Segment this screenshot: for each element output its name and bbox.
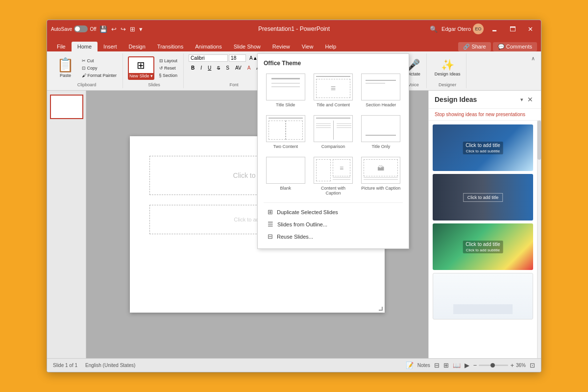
close-button[interactable]: ✕ (524, 24, 537, 35)
layout-two-content[interactable]: Two Content (264, 113, 307, 151)
minimize-button[interactable]: 🗕 (488, 24, 502, 35)
thumb-title-only (361, 115, 400, 142)
share-button[interactable]: 🔗 Share (458, 42, 490, 51)
autosave-label: AutoSave (51, 26, 72, 32)
tab-slideshow[interactable]: Slide Show (228, 42, 267, 51)
redo-icon[interactable]: ↪ (121, 25, 126, 33)
action-from-outline[interactable]: ☰ Slides from Outline... (264, 218, 403, 230)
user-area: Edgar Otero EO (441, 24, 484, 34)
design-panel-scroll-area: Click to add titleClick to add subtitle … (429, 121, 541, 358)
view-reading-icon[interactable]: 📖 (453, 362, 461, 369)
layout-label-title-only: Title Only (372, 144, 391, 149)
new-slide-dropdown-menu: Office Theme Title Slide ≡ (257, 53, 409, 249)
new-slide-dropdown[interactable]: New Slide ▾ (129, 73, 153, 79)
layout-title-only[interactable]: Title Only (359, 113, 403, 151)
layout-label-picture-caption: Picture with Caption (361, 186, 400, 191)
autosave-area: AutoSave Off (51, 25, 97, 32)
format-painter-button[interactable]: 🖌 Format Painter (79, 72, 120, 79)
new-slide-arrow: ▾ (150, 74, 153, 78)
layout-label-title-slide: Title Slide (276, 102, 295, 107)
action-duplicate-label: Duplicate Selected Slides (277, 209, 338, 215)
design-panel-close-button[interactable]: ✕ (525, 95, 535, 104)
zoom-slider[interactable] (479, 365, 508, 366)
language-info: English (United States) (85, 363, 135, 368)
avatar[interactable]: EO (473, 24, 484, 34)
slide-strip-item: 1 (50, 95, 83, 119)
designer-label: Designer (439, 82, 456, 87)
maximize-button[interactable]: 🗖 (506, 24, 520, 35)
notes-button[interactable]: 📝 (406, 362, 414, 369)
layout-button[interactable]: ⊟ Layout (156, 57, 181, 64)
slide-thumbnail[interactable] (50, 95, 83, 119)
comments-button[interactable]: 💬 Comments (493, 42, 537, 51)
view-slideshow-icon[interactable]: ▶ (465, 362, 469, 369)
layout-title-content[interactable]: ≡ Title and Content (311, 72, 355, 109)
tab-animations[interactable]: Animations (189, 42, 227, 51)
action-reuse-slides[interactable]: ⊟ Reuse Slides... (264, 230, 403, 243)
char-spacing-button[interactable]: AV (233, 64, 244, 72)
tab-review[interactable]: Review (267, 42, 296, 51)
design-thumb-2[interactable]: Click to add title (433, 174, 533, 220)
zoom-out-btn[interactable]: − (473, 362, 477, 369)
fit-slide-btn[interactable]: ⊡ (530, 362, 535, 369)
cut-button[interactable]: ✂ Cut (79, 57, 120, 64)
ribbon-collapse-btn[interactable]: ∧ (529, 53, 537, 88)
design-scrollbar[interactable] (537, 121, 541, 358)
view-normal-icon[interactable]: ⊟ (434, 362, 440, 369)
presentation-icon[interactable]: ⊞ (130, 25, 135, 33)
tab-home[interactable]: Home (72, 42, 98, 51)
tab-insert[interactable]: Insert (98, 42, 123, 51)
tab-design[interactable]: Design (123, 42, 151, 51)
underline-button[interactable]: U (205, 64, 214, 72)
design-thumb-3-label: Click to add titleClick to add subtitle (463, 241, 503, 253)
copy-button[interactable]: ⊡ Copy (79, 65, 120, 72)
design-panel-collapse[interactable]: ▾ (520, 97, 523, 103)
design-panel-scroll[interactable]: Click to add titleClick to add subtitle … (429, 121, 537, 358)
layout-picture-caption[interactable]: 🏔 Picture with Caption (359, 155, 403, 197)
new-slide-button[interactable]: ⊞ New Slide ▾ (128, 56, 154, 80)
design-thumb-3[interactable]: Click to add titleClick to add subtitle (433, 223, 533, 270)
slide-info: Slide 1 of 1 (53, 363, 77, 368)
thumb-two-content (266, 115, 305, 142)
designer-group: ✨ Design Ideas Designer (429, 53, 467, 88)
section-button[interactable]: § Section (156, 72, 181, 79)
tab-transitions[interactable]: Transitions (151, 42, 189, 51)
new-slide-top: ⊞ (132, 57, 150, 73)
autosave-toggle[interactable] (74, 25, 88, 32)
action-duplicate[interactable]: ⊞ Duplicate Selected Slides (264, 206, 403, 218)
resize-handle[interactable] (379, 307, 383, 311)
design-thumb-1[interactable]: Click to add titleClick to add subtitle (433, 124, 533, 171)
design-ideas-button[interactable]: ✨ Design Ideas (432, 58, 464, 78)
strikethrough-button[interactable]: S̶ (215, 64, 222, 72)
save-icon[interactable]: 💾 (99, 25, 107, 33)
bold-button[interactable]: B (189, 64, 197, 72)
tab-view[interactable]: View (296, 42, 319, 51)
view-slide-sorter-icon[interactable]: ⊞ (443, 362, 449, 369)
customize-icon[interactable]: ▾ (139, 25, 143, 33)
layout-grid: Title Slide ≡ Title and Content (264, 72, 403, 197)
layout-title-slide[interactable]: Title Slide (264, 72, 307, 109)
layout-content-caption[interactable]: ≡ Content with Caption (311, 155, 355, 197)
font-color-button[interactable]: A (245, 64, 253, 72)
font-name-input[interactable] (189, 54, 228, 62)
search-icon[interactable]: 🔍 (430, 25, 438, 33)
zoom-in-btn[interactable]: + (510, 362, 514, 369)
design-panel-subtext[interactable]: Stop showing ideas for new presentations (429, 109, 541, 121)
tab-file[interactable]: File (51, 42, 72, 51)
tab-help[interactable]: Help (319, 42, 342, 51)
layout-section-header[interactable]: Section Header (359, 72, 403, 109)
undo-icon[interactable]: ↩ (111, 25, 117, 33)
italic-button[interactable]: I (198, 64, 204, 72)
dropdown-title: Office Theme (264, 60, 403, 67)
thumb-picture-caption: 🏔 (361, 157, 400, 184)
layout-blank[interactable]: Blank (264, 155, 307, 197)
reset-button[interactable]: ↺ Reset (156, 65, 181, 72)
paste-button[interactable]: 📋 Paste (54, 56, 77, 80)
design-scrollbar-thumb (538, 121, 541, 160)
font-size-input[interactable] (229, 54, 246, 62)
outline-icon: ☰ (268, 220, 273, 228)
design-thumb-4[interactable] (433, 273, 533, 319)
layout-comparison[interactable]: Comparison (311, 113, 355, 151)
shadow-button[interactable]: S (223, 64, 232, 72)
design-panel-title: Design Ideas (435, 96, 518, 103)
